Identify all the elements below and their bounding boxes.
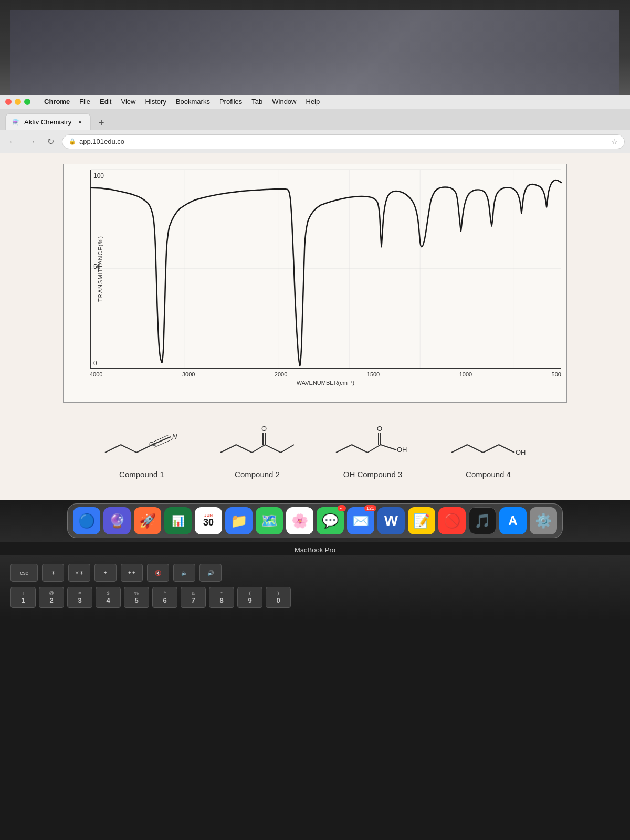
key-mission-control[interactable]: ✦	[94, 564, 117, 582]
svg-text:C≡: C≡	[149, 442, 156, 447]
browser-tab[interactable]: ⚗️ Aktiv Chemistry ×	[5, 113, 91, 130]
close-button[interactable]	[5, 99, 12, 105]
menu-profiles[interactable]: Profiles	[219, 98, 242, 106]
bookmark-star-icon[interactable]: ☆	[611, 138, 618, 146]
compound-2-label: Compound 2	[235, 470, 280, 479]
menu-history[interactable]: History	[145, 98, 166, 106]
x-tick-1000: 1000	[459, 371, 472, 377]
key-2[interactable]: @2	[39, 587, 64, 608]
dock-area: 🔵 🔮 🚀 📊 JUN 30 📁 🗺️ 🌸 💬 ··· ✉️ 121 W 📝 🚫…	[0, 500, 630, 542]
x-tick-500: 500	[552, 371, 561, 377]
x-tick-4000: 4000	[90, 371, 102, 377]
key-brightness-down[interactable]: ☀	[42, 564, 64, 582]
window-controls	[5, 99, 30, 105]
svg-line-11	[154, 439, 172, 447]
compound-2-svg: O	[215, 424, 299, 466]
dock-siri[interactable]: 🔮	[103, 507, 131, 534]
menu-view[interactable]: View	[121, 98, 135, 106]
key-6[interactable]: ^6	[152, 587, 177, 608]
svg-line-31	[452, 445, 467, 453]
number-row: !1 @2 #3 $4 %5 ^6 &7 *8 (9 )0	[10, 587, 620, 608]
key-esc[interactable]: esc	[10, 564, 38, 582]
menu-window[interactable]: Window	[272, 98, 296, 106]
y-label-0: 0	[93, 360, 97, 367]
menu-file[interactable]: File	[79, 98, 90, 106]
compound-1-item: N C≡ Compound 1	[94, 424, 189, 479]
menu-bookmarks[interactable]: Bookmarks	[176, 98, 210, 106]
key-0[interactable]: )0	[266, 587, 291, 608]
ir-spectrum-chart: 100 50 0 TRANSMITTANCE(%) 4000	[63, 164, 567, 403]
key-1[interactable]: !1	[10, 587, 36, 608]
x-tick-2000: 2000	[275, 371, 287, 377]
compound-3-label: OH Compound 3	[343, 470, 403, 479]
compound-3-structure: O OH	[331, 424, 415, 466]
dock-launchpad[interactable]: 🚀	[134, 507, 161, 534]
dock-dnd[interactable]: 🚫	[438, 507, 466, 534]
compound-4-label: Compound 4	[466, 470, 511, 479]
compound-1-structure: N C≡	[100, 424, 184, 466]
compound-2-structure: O	[215, 424, 299, 466]
dock-word[interactable]: W	[377, 507, 405, 534]
key-brightness-up[interactable]: ☀☀	[68, 564, 90, 582]
svg-line-25	[368, 445, 381, 453]
tab-bar: ⚗️ Aktiv Chemistry × +	[0, 109, 630, 130]
svg-text:O: O	[377, 425, 382, 433]
back-button[interactable]: ←	[5, 134, 20, 149]
y-label-100: 100	[93, 172, 104, 180]
svg-line-15	[220, 445, 236, 453]
svg-line-21	[265, 445, 281, 453]
chart-plot-area: 100 50 0 TRANSMITTANCE(%)	[90, 170, 561, 369]
dock-settings[interactable]: ⚙️	[530, 507, 557, 534]
compounds-row: N C≡ Compound 1 O	[63, 418, 567, 489]
spectrum-svg	[91, 170, 561, 368]
key-8[interactable]: *8	[209, 587, 234, 608]
macbook-label: MacBook Pro	[295, 544, 335, 556]
x-axis-label: WAVENUMBER(cm⁻¹)	[90, 380, 561, 386]
dock-mail[interactable]: ✉️ 121	[347, 507, 374, 534]
dock-notes[interactable]: 📝	[408, 507, 435, 534]
key-5[interactable]: %5	[124, 587, 149, 608]
minimize-button[interactable]	[15, 99, 21, 105]
dock-calendar[interactable]: JUN 30	[195, 507, 222, 534]
browser-content: 100 50 0 TRANSMITTANCE(%) 4000	[0, 153, 630, 500]
function-row: esc ☀ ☀☀ ✦ ✦✦ 🔇 🔈 🔊	[10, 564, 620, 582]
svg-line-16	[236, 445, 252, 453]
url-text: app.101edu.co	[79, 138, 124, 145]
dock-appstore[interactable]: A	[499, 507, 527, 534]
key-mute[interactable]: 🔇	[147, 564, 169, 582]
address-bar: ← → ↻ 🔒 app.101edu.co ☆	[0, 130, 630, 153]
tab-close-button[interactable]: ×	[76, 118, 84, 127]
dock-files[interactable]: 📁	[225, 507, 253, 534]
dock-music[interactable]: 🎵	[469, 507, 496, 534]
svg-text:OH: OH	[516, 448, 526, 456]
dock-maps[interactable]: 🗺️	[256, 507, 283, 534]
compound-3-svg: O OH	[331, 424, 415, 466]
maximize-button[interactable]	[24, 99, 30, 105]
menu-edit[interactable]: Edit	[100, 98, 111, 106]
dock-messages[interactable]: 💬 ···	[317, 507, 344, 534]
dock-photos[interactable]: 🌸	[286, 507, 313, 534]
url-bar[interactable]: 🔒 app.101edu.co ☆	[62, 134, 625, 149]
new-tab-button[interactable]: +	[94, 116, 109, 130]
tab-favicon: ⚗️	[12, 119, 20, 126]
dock: 🔵 🔮 🚀 📊 JUN 30 📁 🗺️ 🌸 💬 ··· ✉️ 121 W 📝 🚫…	[67, 503, 563, 538]
reload-button[interactable]: ↻	[43, 134, 58, 149]
key-9[interactable]: (9	[237, 587, 262, 608]
key-7[interactable]: &7	[181, 587, 206, 608]
svg-line-34	[499, 445, 514, 453]
forward-button[interactable]: →	[24, 134, 39, 149]
key-volume-up[interactable]: 🔊	[200, 564, 222, 582]
menu-app-name[interactable]: Chrome	[44, 98, 70, 106]
key-3[interactable]: #3	[67, 587, 92, 608]
compound-1-svg: N C≡	[100, 426, 184, 463]
key-launchpad[interactable]: ✦✦	[121, 564, 143, 582]
dock-finder[interactable]: 🔵	[73, 507, 100, 534]
svg-line-32	[467, 445, 483, 453]
menu-tab[interactable]: Tab	[251, 98, 262, 106]
key-volume-down[interactable]: 🔈	[173, 564, 195, 582]
camera-area	[0, 0, 630, 94]
key-4[interactable]: $4	[96, 587, 121, 608]
menu-help[interactable]: Help	[306, 98, 320, 106]
dock-numbers[interactable]: 📊	[164, 507, 192, 534]
mail-badge: 121	[364, 505, 376, 511]
